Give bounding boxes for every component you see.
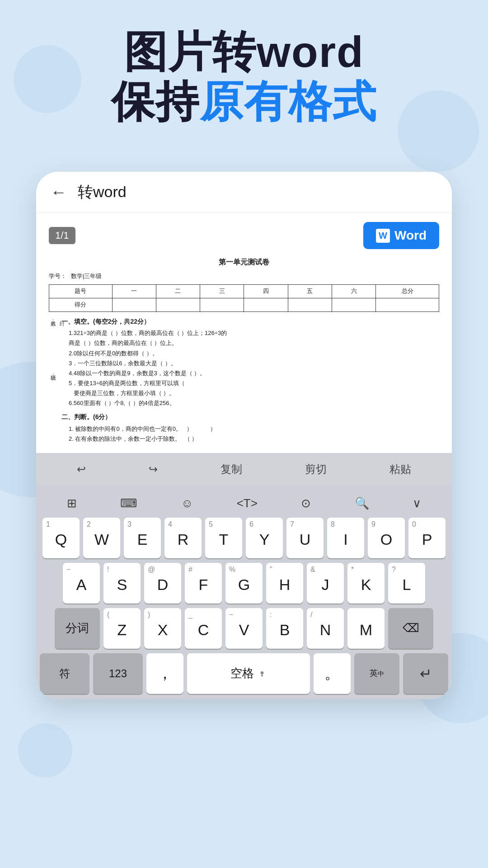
keyboard-bottom-row: 符 123 ， 空格 。 英中 ↵ (36, 653, 452, 699)
student-id-label: 学号： (49, 272, 66, 281)
key-t[interactable]: 5T (205, 518, 242, 558)
kb-grid-icon[interactable]: ⊞ (62, 494, 81, 513)
back-button[interactable]: ← (51, 183, 67, 202)
key-d[interactable]: @D (144, 563, 181, 604)
score-table: 题号 一 二 三 四 五 六 总分 得分 (49, 284, 439, 312)
app-title: 转word (78, 182, 127, 203)
key-delete[interactable]: ⌫ (388, 608, 433, 649)
key-j[interactable]: &J (307, 563, 344, 604)
keyboard-icon-row: ⊞ ⌨ ☺ <T> ⊙ 🔍 ∨ (36, 489, 452, 518)
key-h[interactable]: "H (266, 563, 303, 604)
name-label: 姓名： (49, 316, 57, 322)
app-header: ← 转word (36, 172, 452, 213)
kb-keyboard-icon[interactable]: ⌨ (116, 494, 142, 513)
keyboard-row-2: −A !S @D #F %G "H &J *K ?L (40, 563, 448, 604)
key-lang-switch[interactable]: 英中 (354, 653, 399, 694)
key-o[interactable]: 9O (368, 518, 405, 558)
key-z[interactable]: (Z (103, 608, 141, 649)
key-b[interactable]: :B (266, 608, 303, 649)
judge-item-2: 2. 在有余数的除法中，余数一定小于除数。 （ ） (69, 434, 439, 444)
key-c[interactable]: _C (185, 608, 222, 649)
key-k[interactable]: *K (347, 563, 385, 604)
document-area: 1/1 W Word 第一单元测试卷 学号： 数学|三年级 题号 一 二 三 四 (36, 213, 452, 453)
doc-title: 第一单元测试卷 (49, 256, 439, 268)
word-icon: W (376, 229, 390, 243)
cut-button[interactable]: 剪切 (298, 459, 334, 479)
paste-button[interactable]: 粘贴 (382, 459, 418, 479)
key-n[interactable]: /N (307, 608, 344, 649)
doc-item-2: 2.0除以任何不是0的数都得（ ）。 (69, 349, 439, 359)
hero-line1: 图片转word (27, 27, 461, 77)
judge-item-1: 1. 被除数的中间有0，商的中间也一定有0。 ） ） (69, 424, 439, 434)
student-name: 数学|三年级 (71, 272, 102, 281)
word-button[interactable]: W Word (363, 222, 439, 249)
keyboard-toolbar: ↩ ↪ 复制 剪切 粘贴 (36, 453, 452, 486)
key-x[interactable]: )X (144, 608, 181, 649)
section1: 一、填空。(每空2分，共22分） (61, 316, 439, 326)
keyboard-row-1: 1Q 2W 3E 4R 5T 6Y 7U 8I 9O 0P (40, 518, 448, 558)
key-v[interactable]: −V (225, 608, 263, 649)
doc-toolbar: 1/1 W Word (49, 222, 439, 249)
keyboard: ⊞ ⌨ ☺ <T> ⊙ 🔍 ∨ 1Q 2W 3E 4R 5T 6Y 7U 8I … (36, 486, 452, 699)
name-value: 封 (57, 316, 66, 322)
key-m[interactable]: M (347, 608, 385, 649)
hero-line2: 保持原有格式 (27, 77, 461, 127)
doc-item-3: 3．一个三位数除以6，余数最大是（ ）。 (69, 359, 439, 368)
kb-link-icon[interactable]: ⊙ (296, 494, 315, 513)
key-fenci[interactable]: 分词 (55, 608, 100, 649)
key-enter[interactable]: ↵ (403, 653, 448, 694)
undo-button[interactable]: ↩ (70, 460, 93, 478)
key-q[interactable]: 1Q (42, 518, 80, 558)
keyboard-row-3: 分词 (Z )X _C −V :B /N M ⌫ (40, 608, 448, 649)
key-y[interactable]: 6Y (246, 518, 283, 558)
key-symbols[interactable]: 符 (40, 653, 89, 694)
kb-search-icon[interactable]: 🔍 (350, 494, 374, 513)
doc-item-6: 6.560里面有（ ）个8,（ ）的4倍是256。 (69, 398, 439, 408)
key-r[interactable]: 4R (164, 518, 202, 558)
key-e[interactable]: 3E (124, 518, 161, 558)
key-comma[interactable]: ， (146, 653, 183, 694)
redo-button[interactable]: ↪ (141, 460, 165, 478)
kb-code-icon[interactable]: <T> (232, 494, 262, 513)
key-p[interactable]: 0P (408, 518, 446, 558)
key-u[interactable]: 7U (286, 518, 324, 558)
doc-item-5: 5．要使13÷6的商是两位数，方框里可以填（ 要使商是三位数，方框里最小填（ ）… (69, 378, 439, 398)
key-s[interactable]: !S (103, 563, 141, 604)
document-content: 第一单元测试卷 学号： 数学|三年级 题号 一 二 三 四 五 六 总分 得分 (49, 256, 439, 444)
key-period[interactable]: 。 (314, 653, 351, 694)
kb-collapse-icon[interactable]: ∨ (408, 494, 426, 513)
key-i[interactable]: 8I (327, 518, 364, 558)
phone-mockup: ← 转word 1/1 W Word 第一单元测试卷 学号： 数学|三年级 题号… (36, 172, 452, 699)
key-g[interactable]: %G (225, 563, 263, 604)
doc-item-1: 1.321÷3的商是（ ）位数，商的最高位在（ ）位上；126÷3的商是（ ）位… (69, 328, 439, 348)
key-w[interactable]: 2W (83, 518, 120, 558)
copy-button[interactable]: 复制 (213, 459, 249, 479)
section2: 二、判断。(6分） (61, 412, 439, 422)
key-l[interactable]: ?L (388, 563, 425, 604)
key-f[interactable]: #F (185, 563, 222, 604)
key-a[interactable]: −A (63, 563, 100, 604)
key-numbers[interactable]: 123 (93, 653, 143, 694)
page-indicator: 1/1 (49, 227, 75, 244)
kb-emoji-icon[interactable]: ☺ (177, 494, 198, 513)
class-label: 班级： (49, 371, 57, 376)
key-space[interactable]: 空格 (187, 653, 310, 694)
hero-section: 图片转word 保持原有格式 (0, 27, 488, 127)
svg-point-0 (261, 671, 264, 675)
doc-item-4: 4.48除以一个数的商是9，余数是3，这个数是（ ）。 (69, 368, 439, 378)
svg-rect-1 (261, 674, 263, 676)
